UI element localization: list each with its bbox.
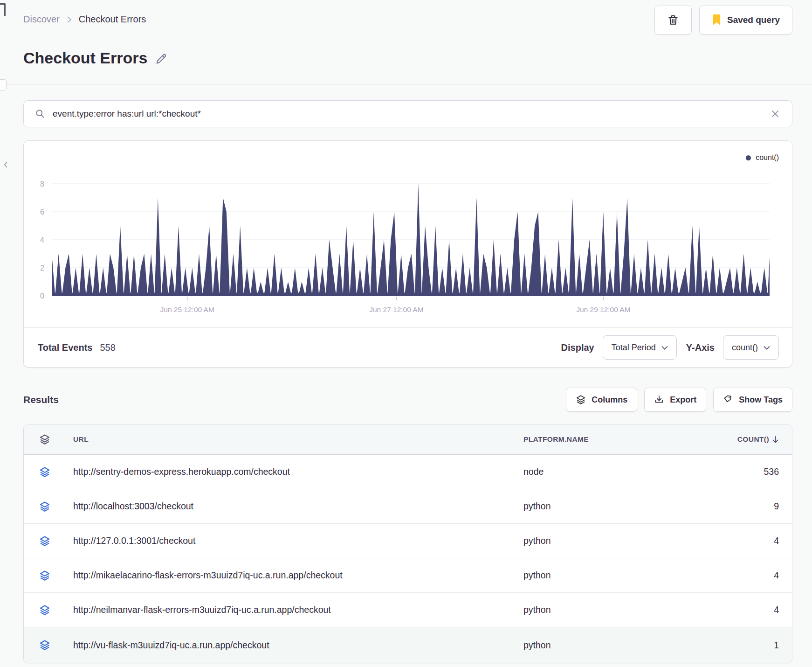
svg-text:4: 4 (40, 236, 44, 244)
discover-page: { "breadcrumb": { "parent": "Discover", … (0, 0, 812, 667)
chart-svg: 02468Jun 25 12:00 AMJun 27 12:00 AMJun 2… (28, 177, 770, 317)
export-button-label: Export (670, 395, 696, 405)
platform-cell: python (523, 535, 682, 546)
tag-icon (723, 395, 733, 405)
count-cell: 4 (682, 535, 792, 546)
svg-text:0: 0 (40, 292, 44, 300)
stack-icon[interactable] (39, 535, 50, 547)
chart-legend[interactable]: count() (24, 153, 779, 162)
yaxis-label: Y-Axis (686, 342, 715, 353)
stack-icon[interactable] (39, 604, 50, 616)
table-row[interactable]: http://127.0.0.1:3001/checkoutpython4 (24, 524, 792, 558)
url-cell: http://mikaelacarino-flask-errors-m3uuiz… (66, 570, 523, 581)
download-icon (654, 395, 664, 405)
url-cell: http://neilmanvar-flask-errors-m3uuizd7i… (66, 604, 523, 615)
stack-icon[interactable] (39, 466, 50, 478)
sort-desc-icon (772, 436, 779, 444)
search-input[interactable] (52, 108, 771, 119)
table-header: URL PLATFORM.NAME COUNT() (24, 424, 792, 455)
saved-query-button[interactable]: Saved query (699, 6, 792, 35)
edit-pencil-icon[interactable] (155, 53, 167, 65)
count-cell: 536 (682, 466, 792, 477)
trash-icon (667, 14, 679, 26)
platform-cell: python (523, 604, 682, 615)
stack-icon[interactable] (39, 434, 50, 445)
svg-text:8: 8 (40, 180, 44, 188)
count-cell: 4 (682, 604, 792, 615)
platform-cell: node (523, 466, 682, 477)
page-title: Checkout Errors (23, 47, 147, 69)
top-bar: Discover Checkout Errors (23, 0, 792, 35)
column-header-platform[interactable]: PLATFORM.NAME (523, 435, 682, 444)
chevron-down-icon (764, 346, 770, 350)
table-row[interactable]: http://mikaelacarino-flask-errors-m3uuiz… (24, 558, 792, 593)
display-dropdown-value: Total Period (612, 343, 656, 353)
columns-stack-icon (576, 395, 586, 405)
count-cell: 1 (682, 640, 792, 651)
svg-text:2: 2 (40, 264, 44, 272)
yaxis-dropdown-value: count() (732, 343, 758, 353)
results-table: URL PLATFORM.NAME COUNT() http://sentry-… (23, 424, 792, 663)
breadcrumb-current: Checkout Errors (79, 14, 146, 25)
yaxis-dropdown[interactable]: count() (723, 335, 779, 360)
results-table-body: http://sentry-demos-express.herokuapp.co… (24, 455, 792, 663)
title-row: Checkout Errors (23, 47, 792, 69)
table-row[interactable]: http://sentry-demos-express.herokuapp.co… (24, 455, 792, 489)
url-cell: http://127.0.0.1:3001/checkout (66, 535, 523, 546)
table-row[interactable]: http://neilmanvar-flask-errors-m3uuizd7i… (24, 593, 792, 627)
chart-panel: count() 02468Jun 25 12:00 AMJun 27 12:00… (23, 140, 792, 368)
export-button[interactable]: Export (644, 388, 706, 412)
svg-text:Jun 25 12:00 AM: Jun 25 12:00 AM (160, 306, 214, 313)
chart-footer: Total Events 558 Display Total Period (24, 327, 792, 367)
column-header-url[interactable]: URL (66, 435, 523, 444)
window-edge-artifact (0, 3, 6, 16)
breadcrumb-discover[interactable]: Discover (23, 14, 60, 25)
svg-text:Jun 27 12:00 AM: Jun 27 12:00 AM (369, 306, 423, 313)
table-row[interactable]: http://vu-flask-m3uuizd7iq-uc.a.run.app/… (24, 627, 792, 663)
url-cell: http://vu-flask-m3uuizd7iq-uc.a.run.app/… (66, 640, 523, 651)
count-cell: 4 (682, 570, 792, 581)
show-tags-button[interactable]: Show Tags (713, 388, 792, 412)
stack-icon[interactable] (39, 501, 50, 512)
saved-query-label: Saved query (727, 15, 780, 25)
breadcrumb: Discover Checkout Errors (23, 14, 146, 25)
search-bar (23, 100, 792, 127)
total-events-label: Total Events (38, 342, 92, 353)
display-dropdown[interactable]: Total Period (603, 335, 677, 360)
count-cell: 9 (682, 501, 792, 512)
svg-text:Jun 29 12:00 AM: Jun 29 12:00 AM (576, 306, 630, 313)
results-heading: Results (23, 394, 59, 405)
sidebar-collapse-icon[interactable] (3, 161, 9, 168)
total-events-value: 558 (100, 342, 115, 353)
bookmark-icon (712, 14, 722, 26)
clear-search-icon[interactable] (771, 109, 780, 118)
platform-cell: python (523, 501, 682, 512)
url-cell: http://sentry-demos-express.herokuapp.co… (66, 466, 523, 477)
show-tags-button-label: Show Tags (739, 395, 783, 405)
results-header: Results Columns Export (23, 388, 792, 412)
columns-button[interactable]: Columns (566, 388, 637, 412)
stack-icon[interactable] (39, 570, 50, 581)
table-row[interactable]: http://localhost:3003/checkoutpython9 (24, 489, 792, 524)
events-chart[interactable]: 02468Jun 25 12:00 AMJun 27 12:00 AMJun 2… (28, 177, 787, 317)
platform-cell: python (523, 640, 682, 651)
delete-query-button[interactable] (654, 6, 692, 35)
columns-button-label: Columns (592, 395, 627, 405)
chevron-right-icon (66, 15, 72, 24)
header-divider (0, 84, 812, 85)
chevron-down-icon (661, 346, 668, 350)
stack-icon[interactable] (39, 639, 50, 651)
column-header-count[interactable]: COUNT() (682, 435, 792, 444)
legend-dot (746, 155, 751, 160)
total-events: Total Events 558 (38, 342, 116, 353)
url-cell: http://localhost:3003/checkout (66, 501, 523, 512)
panel-resize-handle[interactable] (0, 79, 7, 90)
display-label: Display (561, 342, 594, 353)
svg-text:6: 6 (40, 208, 44, 216)
platform-cell: python (523, 570, 682, 581)
legend-label: count() (756, 153, 779, 162)
toolbar-actions: Saved query (654, 6, 792, 35)
search-icon (35, 109, 45, 119)
